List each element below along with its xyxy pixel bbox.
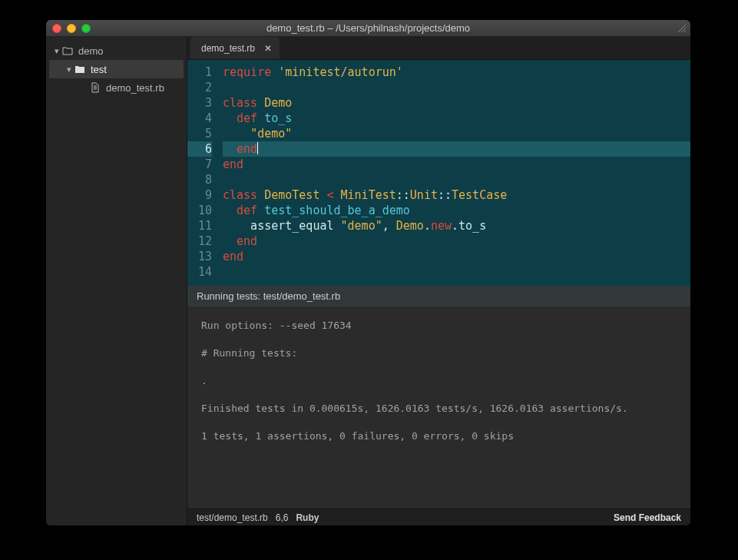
code-line[interactable]: end [223, 141, 690, 157]
send-feedback-link[interactable]: Send Feedback [614, 512, 681, 523]
file-icon [89, 82, 101, 93]
close-window-button[interactable] [52, 24, 61, 33]
tree-item-label: test [91, 64, 107, 75]
line-number: 11 [187, 218, 212, 234]
code-line[interactable]: end [223, 234, 690, 249]
line-number: 1 [187, 65, 212, 80]
tree-item-label: demo [78, 45, 104, 57]
code-editor[interactable]: 1234567891011121314 require 'minitest/au… [187, 60, 690, 286]
code-line[interactable]: class Demo [223, 95, 690, 111]
chevron-down-icon: ▾ [52, 46, 61, 56]
file-tree-sidebar[interactable]: ▾ demo ▾ test demo_test.rb [46, 37, 187, 525]
line-number: 13 [187, 249, 212, 264]
console-output[interactable]: Run options: --seed 17634 # Running test… [187, 307, 690, 509]
main-area: ▾ demo ▾ test demo_test.rb [46, 37, 690, 525]
status-bar: test/demo_test.rb 6,6 Ruby Send Feedback [187, 509, 690, 525]
line-number-gutter: 1234567891011121314 [187, 65, 218, 280]
tab-bar[interactable]: demo_test.rb ✕ [187, 37, 690, 60]
line-number: 10 [187, 203, 212, 218]
code-line[interactable] [223, 80, 690, 95]
window-controls [52, 24, 91, 33]
window-title: demo_test.rb – /Users/philnash/projects/… [46, 22, 690, 34]
code-line[interactable]: end [223, 249, 690, 264]
zoom-window-button[interactable] [81, 24, 91, 33]
text-cursor [257, 142, 258, 154]
resize-handle-icon[interactable] [677, 23, 687, 34]
line-number: 8 [187, 172, 212, 187]
line-number: 6 [187, 141, 212, 157]
chevron-down-icon: ▾ [65, 65, 74, 75]
folder-icon [74, 65, 86, 74]
code-line[interactable]: assert_equal "demo", Demo.new.to_s [223, 218, 690, 234]
line-number: 4 [187, 111, 212, 126]
code-line[interactable] [223, 264, 690, 280]
folder-open-icon [61, 46, 74, 55]
code-line[interactable]: class DemoTest < MiniTest::Unit::TestCas… [223, 187, 690, 203]
titlebar[interactable]: demo_test.rb – /Users/philnash/projects/… [46, 20, 690, 37]
code-line[interactable]: end [223, 157, 690, 172]
line-number: 12 [187, 234, 212, 249]
code-line[interactable]: require 'minitest/autorun' [223, 65, 690, 80]
tree-folder-test[interactable]: ▾ test [49, 60, 184, 78]
code-line[interactable] [223, 172, 690, 187]
status-language[interactable]: Ruby [296, 512, 319, 523]
line-number: 14 [187, 264, 212, 280]
editor-pane: demo_test.rb ✕ 1234567891011121314 requi… [187, 37, 690, 525]
line-number: 3 [187, 95, 212, 111]
minimize-window-button[interactable] [67, 24, 76, 33]
code-line[interactable]: def to_s [223, 111, 690, 126]
tab-label: demo_test.rb [201, 43, 255, 54]
code-line[interactable]: def test_should_be_a_demo [223, 203, 690, 218]
tree-folder-demo[interactable]: ▾ demo [46, 41, 187, 60]
tab-demo-test[interactable]: demo_test.rb ✕ [190, 37, 280, 59]
console-header: Running tests: test/demo_test.rb [187, 286, 690, 307]
code-line[interactable]: "demo" [223, 126, 690, 141]
code-content[interactable]: require 'minitest/autorun'class Demo def… [218, 65, 690, 280]
status-file-path: test/demo_test.rb [197, 512, 268, 523]
line-number: 2 [187, 80, 212, 95]
close-tab-icon[interactable]: ✕ [264, 43, 272, 54]
tree-file-demo-test[interactable]: demo_test.rb [46, 78, 187, 97]
tree-item-label: demo_test.rb [106, 82, 164, 94]
line-number: 9 [187, 187, 212, 203]
status-cursor-position: 6,6 [276, 512, 289, 523]
line-number: 5 [187, 126, 212, 141]
line-number: 7 [187, 157, 212, 172]
editor-window: demo_test.rb – /Users/philnash/projects/… [46, 20, 690, 525]
